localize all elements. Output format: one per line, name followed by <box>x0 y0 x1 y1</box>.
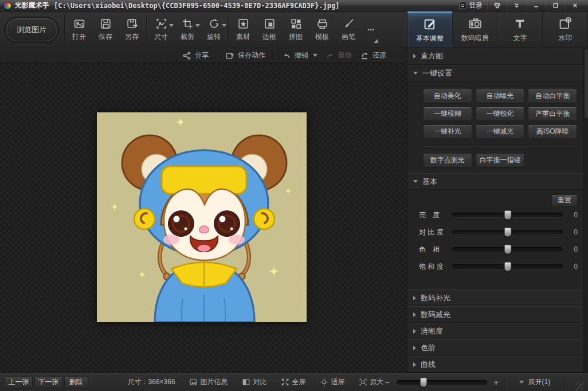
section-digital-fill-light[interactable]: 数码补光 <box>407 290 588 306</box>
chevron-right-icon <box>413 346 416 350</box>
collage-label: 拼图 <box>289 32 303 42</box>
zoom-in-button[interactable]: + <box>493 378 500 387</box>
high-iso-denoise-button[interactable]: 高ISO降噪 <box>528 124 577 139</box>
crop-icon <box>182 18 194 30</box>
section-digital-dim-light[interactable]: 数码减光 <box>407 306 588 323</box>
minimize-button[interactable] <box>526 0 546 11</box>
section-levels[interactable]: 色阶 <box>407 339 588 356</box>
save-button[interactable]: 保存 <box>92 11 119 48</box>
save-action-button[interactable]: 保存动作 <box>225 50 265 60</box>
zoom-slider-thumb[interactable] <box>420 377 428 387</box>
levels-label: 色阶 <box>421 343 436 353</box>
section-basic[interactable]: 基本 <box>407 173 588 190</box>
panel-scrollbar-thumb[interactable] <box>585 49 588 118</box>
undo-button[interactable]: 撤销 <box>282 50 317 60</box>
next-image-button[interactable]: 下一张 <box>34 376 62 388</box>
watermark-icon <box>558 17 572 30</box>
tab-text-label: 文字 <box>513 33 527 43</box>
skin-button[interactable] <box>487 0 507 11</box>
collapse-window-button[interactable] <box>507 0 526 11</box>
one-key-sharpen-button[interactable]: 一键锐化 <box>476 107 525 121</box>
open-image-icon <box>73 18 85 30</box>
crop-button[interactable]: 裁剪 <box>174 11 201 48</box>
material-button[interactable]: 素材 <box>230 11 256 48</box>
chevron-right-icon <box>413 312 416 317</box>
chevron-right-icon <box>413 296 416 300</box>
border-button[interactable]: 边框 <box>256 11 283 48</box>
maximize-button[interactable] <box>546 0 565 11</box>
more-tools-button[interactable]: ⋯ <box>362 11 381 48</box>
restore-button[interactable]: 还原 <box>360 50 386 60</box>
hue-slider-thumb[interactable] <box>504 245 511 255</box>
section-curves[interactable]: 曲线 <box>407 356 588 373</box>
undo-dropdown-arrow[interactable] <box>313 54 317 57</box>
fullscreen-button[interactable]: 全屏 <box>281 377 306 387</box>
rotate-dropdown-arrow[interactable] <box>222 24 226 27</box>
template-button[interactable]: 模板 <box>309 11 335 48</box>
brightness-slider[interactable] <box>452 213 563 217</box>
hue-value: 0 <box>569 245 578 253</box>
panel-scrollbar[interactable] <box>583 48 588 373</box>
close-button[interactable] <box>565 0 585 11</box>
one-key-blur-button[interactable]: 一键模糊 <box>423 107 472 121</box>
resize-grip[interactable] <box>576 382 583 391</box>
one-key-dim-light-button[interactable]: 一键减光 <box>476 124 525 139</box>
section-one-key-settings[interactable]: 一键设置 <box>407 65 588 81</box>
contrast-value: 0 <box>569 228 578 236</box>
restore-label: 还原 <box>373 50 386 60</box>
reset-button[interactable]: 重置 <box>551 194 578 206</box>
previous-image-button[interactable]: 上一张 <box>5 376 33 388</box>
rotate-button[interactable]: 旋转 <box>201 11 227 48</box>
login-button[interactable]: 登录 <box>454 0 487 11</box>
auto-beautify-button[interactable]: 自动美化 <box>423 89 472 103</box>
one-key-body: 自动美化 自动曝光 自动白平衡 一键模糊 一键锐化 严重白平衡 一键补光 一键减… <box>407 81 588 173</box>
share-button[interactable]: 分享 <box>182 50 209 60</box>
chevron-down-icon <box>519 381 524 384</box>
sticker-icon <box>237 18 249 30</box>
section-histogram[interactable]: 直方图 <box>407 48 588 65</box>
redo-button[interactable]: 重做 <box>326 50 352 60</box>
brush-button[interactable]: 画笔 <box>335 11 362 48</box>
action-bar: 分享 保存动作 撤销 重做 还原 <box>0 48 407 63</box>
browse-images-button[interactable]: 浏览图片 <box>6 18 57 41</box>
hue-slider[interactable] <box>452 247 563 252</box>
expand-button[interactable]: 展开(1) <box>511 377 558 387</box>
severe-white-balance-button[interactable]: 严重白平衡 <box>528 107 577 121</box>
zoom-out-button[interactable]: − <box>384 378 391 387</box>
delete-image-button[interactable]: 删除 <box>64 376 88 388</box>
collage-button[interactable]: 拼图 <box>283 11 309 48</box>
original-size-button[interactable]: 原大 <box>359 377 384 387</box>
tab-digital-darkroom[interactable]: 数码暗房 <box>453 11 498 48</box>
one-key-fill-light-button[interactable]: 一键补光 <box>423 124 472 139</box>
section-clarity[interactable]: 清晰度 <box>407 323 588 339</box>
fit-screen-button[interactable]: 适屏 <box>320 377 345 387</box>
resize-button[interactable]: 尺寸 <box>148 11 174 48</box>
mode-tabs: 基本调整 数码暗房 文字 水印 <box>407 11 588 48</box>
auto-white-balance-button[interactable]: 自动白平衡 <box>528 89 577 103</box>
separator <box>64 15 65 44</box>
brightness-slider-thumb[interactable] <box>504 210 511 220</box>
crop-dropdown-arrow[interactable] <box>195 24 200 27</box>
zoom-slider[interactable] <box>397 380 487 385</box>
digital-spot-metering-button[interactable]: 数字点测光 <box>423 153 472 167</box>
saturation-slider-thumb[interactable] <box>504 262 511 272</box>
compare-button[interactable]: 对比 <box>242 377 267 387</box>
size-label: 尺寸： <box>128 378 148 386</box>
auto-exposure-button[interactable]: 自动曝光 <box>476 89 525 103</box>
hue-slider-row: 色 相 0 <box>419 241 578 258</box>
login-label: 登录 <box>469 1 483 10</box>
tab-text[interactable]: 文字 <box>498 11 543 48</box>
contrast-slider[interactable] <box>452 230 563 234</box>
saturation-slider[interactable] <box>452 264 563 269</box>
save-as-button[interactable]: 另存 <box>119 11 145 48</box>
text-icon <box>513 17 527 30</box>
contrast-slider-thumb[interactable] <box>504 228 511 237</box>
open-button[interactable]: 打开 <box>66 11 92 48</box>
tab-watermark[interactable]: 水印 <box>543 11 588 48</box>
tab-basic-adjust[interactable]: 基本调整 <box>407 11 453 48</box>
white-balance-one-touch-button[interactable]: 白平衡一指键 <box>476 153 525 167</box>
separator <box>146 15 147 44</box>
saturation-slider-row: 饱 和 度 0 <box>419 258 578 275</box>
resize-dropdown-arrow[interactable] <box>169 24 174 27</box>
image-info-button[interactable]: 图片信息 <box>189 377 228 387</box>
